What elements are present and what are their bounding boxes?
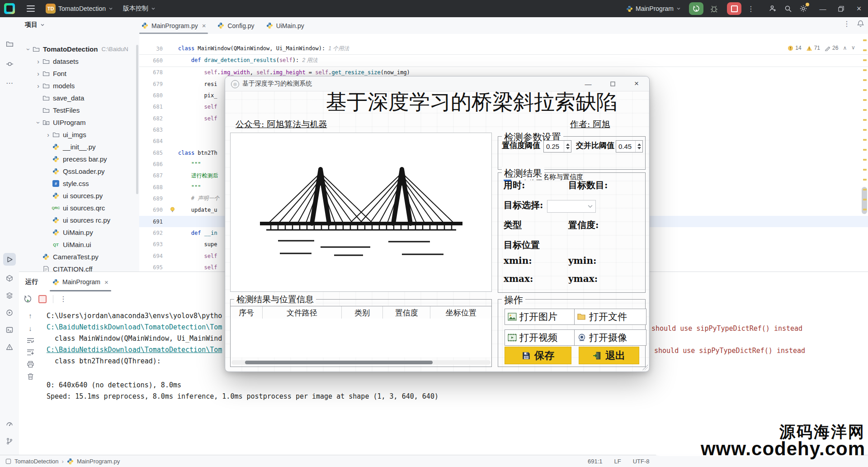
warning-stripe-mark[interactable]: [863, 89, 867, 91]
open-button-video[interactable]: 打开视频: [505, 329, 577, 346]
tree-item-CameraTest.py[interactable]: CameraTest.py: [19, 251, 139, 263]
warning-stripe-mark[interactable]: [863, 179, 867, 181]
version-control-button[interactable]: [3, 435, 16, 448]
inspection-warning-triangle-icon[interactable]: 71: [806, 45, 820, 51]
exit-button[interactable]: 退出: [579, 347, 639, 364]
confidence-spinner[interactable]: 0.25: [543, 140, 571, 152]
stop-icon[interactable]: [38, 295, 47, 303]
iou-spinner[interactable]: 0.45: [616, 140, 643, 152]
tab-Config.py[interactable]: Config.py: [212, 17, 260, 34]
intention-bulb-icon[interactable]: [170, 207, 175, 213]
commit-toolwindow-button[interactable]: [3, 57, 16, 70]
up-stack-trace-icon[interactable]: ↑: [28, 312, 32, 319]
tree-item-__init__.py[interactable]: __init__.py: [19, 141, 139, 153]
table-body[interactable]: [231, 319, 491, 357]
table-header-1[interactable]: 序号: [231, 306, 263, 319]
close-button[interactable]: ×: [850, 0, 868, 17]
warning-stripe-mark[interactable]: [863, 189, 867, 191]
tree-item-UiMain.py[interactable]: UiMain.py: [19, 226, 139, 238]
close-run-tab-icon[interactable]: ×: [104, 278, 108, 286]
python-packages-button[interactable]: [3, 272, 16, 285]
prev-problem-icon[interactable]: ∧: [843, 45, 847, 51]
vcs-widget[interactable]: 版本控制: [119, 3, 159, 14]
table-hscroll-thumb[interactable]: [245, 361, 433, 364]
tree-item-ui-sources.py[interactable]: ui sources.py: [19, 190, 139, 202]
run-config-widget[interactable]: MainProgram: [623, 3, 684, 14]
next-problem-icon[interactable]: ∧: [851, 45, 855, 51]
save-button[interactable]: 保存: [505, 347, 571, 364]
warning-stripe-mark[interactable]: [863, 199, 867, 200]
rerun-icon[interactable]: [24, 295, 32, 303]
spinner-arrows-icon[interactable]: [635, 141, 642, 152]
chevron-right-icon[interactable]: ›: [44, 131, 52, 138]
warning-stripe-mark[interactable]: [863, 109, 867, 111]
tree-item-save_data[interactable]: save_data: [19, 92, 139, 104]
breadcrumb-project[interactable]: TomatoDetection: [14, 458, 59, 465]
warning-stripe-mark[interactable]: [863, 149, 867, 151]
add-user-button[interactable]: [765, 2, 780, 15]
print-icon[interactable]: [27, 361, 34, 368]
encoding[interactable]: UTF-8: [633, 458, 650, 465]
tree-item-ui_imgs[interactable]: ›ui_imgs: [19, 129, 139, 141]
meter-button[interactable]: [3, 418, 16, 430]
editor-scrollbar[interactable]: [861, 34, 868, 272]
run-more-icon[interactable]: ⋮: [60, 295, 67, 303]
tree-item-style.css[interactable]: #style.css: [19, 177, 139, 190]
warning-stripe-mark[interactable]: [863, 39, 867, 41]
code-line-30[interactable]: 30class MainWindow(QMainWindow, Ui_MainW…: [139, 43, 868, 55]
scroll-to-end-icon[interactable]: [27, 349, 34, 356]
warning-stripe-mark[interactable]: [863, 49, 867, 51]
trash-icon[interactable]: [27, 373, 34, 380]
inspection-typo-icon[interactable]: 26: [825, 45, 838, 51]
spinner-arrows-icon[interactable]: [564, 141, 571, 152]
project-scrollbar[interactable]: [136, 45, 138, 194]
tree-item-ui-sources.qrc[interactable]: QRCui sources.qrc: [19, 202, 139, 214]
table-header-2[interactable]: 文件路径: [263, 306, 342, 319]
main-menu-icon[interactable]: [27, 5, 35, 12]
code-line-660[interactable]: 660def draw_detection_results(self): 2 用…: [139, 55, 868, 67]
warning-stripe-mark[interactable]: [863, 209, 867, 210]
tree-item-UiMain.ui[interactable]: QTUiMain.ui: [19, 238, 139, 251]
warning-stripe-mark[interactable]: [863, 169, 867, 171]
tree-item-Font[interactable]: ›Font: [19, 67, 139, 80]
open-button-camera[interactable]: 打开摄像: [574, 329, 646, 346]
open-button-folder-open[interactable]: 打开文件: [574, 309, 646, 325]
terminal-button[interactable]: [3, 324, 16, 336]
tree-item-TomatoDetection[interactable]: ›TomatoDetectionC:\BaiduN: [19, 43, 139, 55]
chevron-down-icon[interactable]: ›: [35, 119, 42, 126]
more-tool-windows-button[interactable]: ⋯: [3, 76, 16, 89]
table-header-4[interactable]: 置信度: [383, 306, 431, 319]
table-header-3[interactable]: 类别: [342, 306, 383, 319]
tree-item-UIProgram[interactable]: ›UIProgram: [19, 116, 139, 129]
warning-stripe-mark[interactable]: [863, 99, 867, 101]
tree-item-datasets[interactable]: ›datasets: [19, 55, 139, 67]
warning-stripe-mark[interactable]: [863, 159, 867, 161]
notifications-bell-icon[interactable]: [857, 20, 864, 28]
tree-item-TestFiles[interactable]: TestFiles: [19, 104, 139, 116]
caret-position[interactable]: 691:1: [588, 458, 603, 465]
warning-stripe-mark[interactable]: [863, 79, 867, 81]
tree-item-QssLoader.py[interactable]: QssLoader.py: [19, 165, 139, 177]
line-ending[interactable]: LF: [614, 458, 621, 465]
breadcrumb-file[interactable]: MainProgram.py: [77, 458, 120, 465]
down-stack-trace-icon[interactable]: ↓: [28, 324, 32, 332]
stop-button[interactable]: [727, 2, 741, 15]
debug-button[interactable]: [706, 2, 722, 15]
tab-UiMain.py[interactable]: UiMain.py: [260, 17, 310, 34]
settings-button[interactable]: [796, 2, 811, 15]
table-hscrollbar[interactable]: [231, 360, 491, 365]
minimize-button[interactable]: —: [814, 0, 832, 17]
soft-wrap-icon[interactable]: [27, 337, 34, 344]
project-panel-title[interactable]: 项目: [25, 21, 45, 29]
restore-button[interactable]: [832, 0, 850, 17]
warning-stripe-mark[interactable]: [863, 69, 867, 71]
chevron-right-icon[interactable]: ›: [34, 82, 42, 90]
table-header-5[interactable]: 坐标位置: [430, 306, 491, 319]
project-widget[interactable]: TD TomatoDetection: [42, 2, 117, 15]
warning-stripe-mark[interactable]: [863, 59, 867, 61]
warning-stripe-mark[interactable]: [863, 139, 867, 141]
warning-stripe-mark[interactable]: [863, 119, 867, 121]
chevron-right-icon[interactable]: ›: [34, 58, 42, 65]
editor-more-icon[interactable]: ⋮: [843, 19, 850, 28]
problems-button[interactable]: [3, 341, 16, 353]
